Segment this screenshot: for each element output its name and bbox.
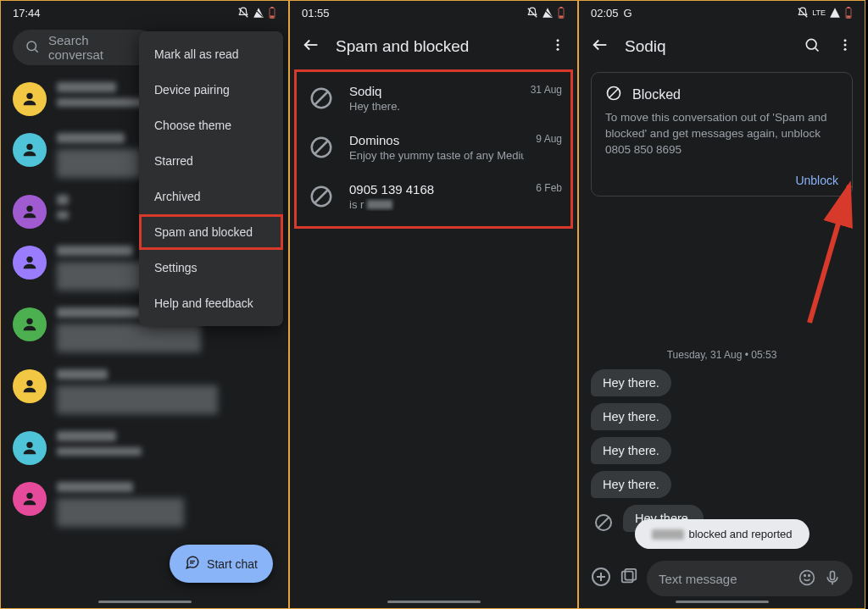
search-bar[interactable]: Search conversat	[13, 30, 157, 65]
message-row: Hey there.	[579, 435, 865, 469]
search-icon[interactable]	[804, 36, 821, 57]
phone-panel-2: 01:55 Spam and blocked Sodiq Hey there. …	[289, 0, 578, 609]
date-separator: Tuesday, 31 Aug • 05:53	[579, 349, 865, 361]
input-placeholder: Text message	[659, 572, 798, 586]
svg-line-56	[810, 185, 849, 323]
add-icon[interactable]	[591, 567, 611, 590]
card-title: Blocked	[632, 87, 681, 102]
svg-point-11	[26, 318, 32, 324]
menu-device-pairing[interactable]: Device pairing	[139, 72, 283, 108]
message-row: Hey there.	[579, 469, 865, 503]
svg-point-8	[26, 144, 32, 150]
svg-line-38	[815, 48, 819, 52]
blocked-item-sodiq[interactable]: Sodiq Hey there. 31 Aug	[298, 74, 569, 123]
avatar	[13, 482, 47, 516]
phone-panel-1: 17:44 Search conversat Mark all as read …	[0, 0, 289, 609]
signal-icon	[542, 7, 554, 19]
conversation-item[interactable]	[1, 423, 288, 473]
message-preview: Enjoy the yummy taste of any Medium …	[349, 149, 524, 162]
svg-line-31	[315, 191, 328, 203]
svg-line-6	[35, 49, 37, 52]
clock: 01:55	[302, 7, 330, 19]
dnd-icon	[797, 7, 809, 19]
overflow-icon[interactable]	[550, 37, 565, 56]
search-icon	[25, 39, 40, 57]
svg-line-29	[315, 141, 328, 154]
svg-point-5	[27, 42, 36, 51]
unblock-button[interactable]: Unblock	[605, 174, 838, 187]
svg-point-23	[557, 39, 559, 42]
svg-point-24	[557, 44, 559, 47]
overflow-icon[interactable]	[837, 37, 853, 56]
emoji-icon[interactable]	[798, 569, 815, 589]
status-bar: 01:55	[290, 1, 577, 25]
avatar	[13, 246, 47, 280]
svg-point-9	[26, 206, 32, 212]
svg-point-10	[26, 257, 32, 263]
svg-rect-35	[847, 15, 851, 17]
menu-help-feedback[interactable]: Help and feedback	[139, 285, 283, 321]
menu-starred[interactable]: Starred	[139, 143, 283, 179]
menu-mark-all-read[interactable]: Mark all as read	[139, 36, 283, 72]
svg-point-52	[804, 574, 806, 576]
mic-icon[interactable]	[824, 569, 841, 589]
dnd-icon	[526, 7, 538, 19]
svg-point-41	[844, 48, 847, 51]
gallery-icon[interactable]	[620, 567, 638, 590]
status-bar: 02:05 G LTE	[579, 1, 865, 25]
start-chat-fab[interactable]: Start chat	[170, 545, 273, 583]
avatar	[13, 369, 47, 403]
svg-line-27	[315, 92, 328, 105]
svg-rect-21	[559, 15, 564, 17]
svg-point-25	[557, 48, 559, 51]
message-bubble[interactable]: Hey there.	[591, 437, 671, 464]
contact-name: Dominos	[349, 133, 524, 147]
message-bubble[interactable]: Hey there.	[591, 471, 671, 498]
battery-icon	[844, 7, 853, 19]
nav-bar-pill[interactable]	[676, 601, 769, 603]
svg-point-7	[26, 93, 32, 99]
conversation-item[interactable]	[1, 473, 288, 535]
block-icon	[605, 85, 622, 105]
avatar	[13, 307, 47, 341]
phone-panel-3: 02:05 G LTE Sodiq Blocked To move this c…	[578, 0, 865, 609]
back-icon[interactable]	[302, 36, 320, 58]
blocked-list-highlight: Sodiq Hey there. 31 Aug Dominos Enjoy th…	[295, 70, 572, 228]
menu-archived[interactable]: Archived	[139, 179, 283, 214]
page-title: Spam and blocked	[336, 37, 535, 56]
menu-settings[interactable]: Settings	[139, 250, 283, 285]
back-icon[interactable]	[591, 36, 609, 58]
conversation-item[interactable]	[1, 361, 288, 423]
blocked-info-card: Blocked To move this conversation out of…	[591, 72, 853, 197]
message-input[interactable]: Text message	[647, 561, 853, 596]
block-icon	[305, 180, 337, 213]
composer: Text message	[579, 561, 865, 596]
nav-bar-pill[interactable]	[98, 601, 192, 603]
avatar	[13, 431, 47, 465]
signal-icon	[829, 7, 841, 19]
svg-rect-4	[270, 15, 275, 17]
message-bubble[interactable]: Hey there.	[591, 369, 671, 396]
menu-choose-theme[interactable]: Choose theme	[139, 108, 283, 143]
svg-rect-20	[560, 7, 563, 8]
redacted-text	[651, 529, 683, 540]
battery-icon	[557, 7, 565, 19]
svg-line-45	[598, 518, 609, 528]
svg-point-40	[844, 44, 847, 47]
svg-point-39	[844, 39, 847, 42]
app-bar: Sodiq	[579, 25, 865, 69]
message-preview: is r	[349, 198, 524, 211]
message-bubble[interactable]: Hey there.	[591, 403, 671, 430]
svg-line-43	[609, 89, 618, 97]
dnd-icon	[237, 7, 249, 19]
message-row: Hey there.	[579, 401, 865, 435]
item-date: 9 Aug	[536, 131, 562, 145]
nav-bar-pill[interactable]	[387, 601, 481, 603]
svg-point-14	[26, 493, 32, 499]
contact-name: 0905 139 4168	[349, 182, 524, 197]
blocked-item-dominos[interactable]: Dominos Enjoy the yummy taste of any Med…	[298, 123, 569, 172]
signal-icon	[253, 7, 264, 19]
blocked-item-number[interactable]: 0905 139 4168 is r 6 Feb	[298, 172, 569, 221]
search-placeholder: Search conversat	[48, 33, 145, 62]
menu-spam-blocked[interactable]: Spam and blocked	[139, 214, 283, 250]
